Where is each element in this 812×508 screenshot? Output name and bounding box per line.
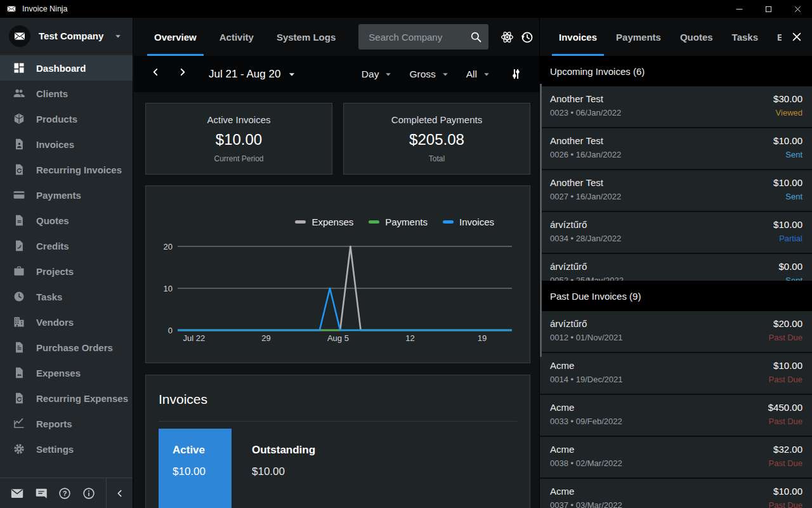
sidebar-item-recurring-expenses[interactable]: Recurring Expenses bbox=[0, 385, 133, 411]
invoice-list-item[interactable]: árvíztűrő$10.000034 • 28/Jan/2022Partial bbox=[540, 212, 812, 253]
chat-icon[interactable] bbox=[34, 486, 48, 500]
date-range-dropdown[interactable]: Jul 21 - Aug 20 bbox=[209, 68, 298, 81]
sidebar-item-settings[interactable]: Settings bbox=[0, 436, 133, 462]
tile-amount: $10.00 bbox=[173, 465, 225, 478]
invoices-icon bbox=[13, 138, 25, 150]
legend-label: Expenses bbox=[311, 217, 353, 227]
close-window-button[interactable] bbox=[783, 0, 812, 18]
projects-icon bbox=[13, 265, 25, 277]
invoice-status-badge: Past Due bbox=[769, 417, 802, 426]
invoice-meta: 0012 • 01/Nov/2021 bbox=[550, 333, 622, 342]
sidebar-item-quotes[interactable]: Quotes bbox=[0, 208, 133, 233]
sidebar-item-dashboard[interactable]: Dashboard bbox=[0, 55, 133, 81]
invoice-list-item[interactable]: Another Test$10.000027 • 16/Jan/2022Sent bbox=[540, 170, 812, 211]
next-period-button[interactable] bbox=[177, 67, 192, 82]
invoice-list-item[interactable]: Acme$32.000038 • 02/Mar/2022Past Due bbox=[540, 437, 812, 478]
invoice-list-item[interactable]: Acme$450.000033 • 09/Feb/2022Past Due bbox=[540, 395, 812, 436]
date-range-label: Jul 21 - Aug 20 bbox=[209, 68, 280, 81]
tile-amount: $10.00 bbox=[252, 465, 315, 478]
chart-legend: ExpensesPaymentsInvoices bbox=[295, 217, 494, 227]
sidebar-item-expenses[interactable]: Expenses bbox=[0, 360, 133, 385]
vendors-icon bbox=[13, 316, 25, 328]
sidebar-item-payments[interactable]: Payments bbox=[0, 182, 133, 208]
history-button[interactable] bbox=[517, 23, 537, 50]
invoice-amount: $30.00 bbox=[773, 93, 802, 104]
info-icon[interactable] bbox=[82, 486, 96, 500]
sidebar-item-credits[interactable]: Credits bbox=[0, 233, 133, 258]
invoice-list-item[interactable]: árvíztűrő$0.000052 • 25/May/2022Sent bbox=[540, 254, 812, 281]
close-panel-button[interactable] bbox=[782, 18, 812, 56]
card-title: Completed Payments bbox=[391, 114, 482, 125]
minimize-button[interactable] bbox=[724, 0, 754, 18]
search-input[interactable] bbox=[367, 31, 469, 43]
interval-dropdown[interactable]: Day bbox=[362, 69, 395, 80]
tile-active-invoices[interactable]: Active $10.00 bbox=[159, 429, 232, 508]
sidebar-item-label: Dashboard bbox=[36, 63, 86, 74]
scrollbar-thumb[interactable] bbox=[540, 84, 542, 357]
sidebar-item-purchase-orders[interactable]: Purchase Orders bbox=[0, 335, 133, 360]
tab-system-logs[interactable]: System Logs bbox=[277, 18, 336, 56]
sidebar-item-reports[interactable]: Reports bbox=[0, 411, 133, 436]
legend-item-expenses[interactable]: Expenses bbox=[295, 217, 353, 227]
chart-settings-button[interactable] bbox=[502, 61, 529, 88]
tab-overview[interactable]: Overview bbox=[154, 18, 197, 56]
scope-dropdown[interactable]: All bbox=[466, 69, 492, 80]
sidebar-item-label: Quotes bbox=[36, 215, 69, 226]
invoice-amount: $10.00 bbox=[773, 219, 802, 230]
tab-activity[interactable]: Activity bbox=[219, 18, 254, 56]
invoice-list-item[interactable]: Another Test$10.000026 • 16/Jan/2022Sent bbox=[540, 128, 812, 169]
sidebar-item-tasks[interactable]: Tasks bbox=[0, 284, 133, 309]
email-icon[interactable] bbox=[10, 486, 24, 500]
invoice-list-item[interactable]: Acme$10.000014 • 19/Dec/2021Past Due bbox=[540, 353, 812, 394]
tile-outstanding-invoices[interactable]: Outstanding $10.00 bbox=[232, 429, 315, 508]
invoice-list-item[interactable]: Another Test$30.000023 • 06/Jan/2022View… bbox=[540, 86, 812, 127]
panel-tab-quotes[interactable]: Quotes bbox=[680, 18, 713, 56]
invoice-client: Another Test bbox=[550, 177, 603, 188]
search-company-box[interactable] bbox=[358, 24, 488, 50]
invoice-list-item[interactable]: árvíztűrő$20.000012 • 01/Nov/2021Past Du… bbox=[540, 311, 812, 352]
sidebar-item-clients[interactable]: Clients bbox=[0, 81, 133, 106]
chevron-down-icon bbox=[112, 30, 124, 42]
app-logo-icon bbox=[6, 4, 16, 14]
sidebar-footer-icons: ? bbox=[0, 486, 106, 500]
expenses-icon bbox=[13, 366, 25, 379]
dashboard-content: Active Invoices $10.00 Current Period Co… bbox=[134, 92, 539, 508]
overview-line-chart[interactable]: 01020Jul 2229Aug 51219 bbox=[154, 231, 525, 358]
invoices-panel-title: Invoices bbox=[159, 392, 517, 407]
legend-item-payments[interactable]: Payments bbox=[369, 217, 428, 227]
invoice-status-badge: Sent bbox=[785, 276, 802, 281]
sidebar-item-recurring-invoices[interactable]: Recurring Invoices bbox=[0, 157, 133, 182]
sidebar-item-invoices[interactable]: Invoices bbox=[0, 131, 133, 157]
sidebar-item-projects[interactable]: Projects bbox=[0, 258, 133, 284]
sidebar-item-vendors[interactable]: Vendors bbox=[0, 309, 133, 335]
maximize-button[interactable] bbox=[754, 0, 783, 18]
svg-text:29: 29 bbox=[261, 333, 270, 343]
legend-item-invoices[interactable]: Invoices bbox=[443, 217, 494, 227]
invoice-list-item[interactable]: Acme$10.000037 • 03/Mar/2022Past Due bbox=[540, 479, 812, 508]
invoice-meta: 0037 • 03/Mar/2022 bbox=[550, 500, 622, 508]
collapse-sidebar-button[interactable] bbox=[106, 478, 133, 508]
panel-tab-payments[interactable]: Payments bbox=[616, 18, 661, 56]
svg-text:?: ? bbox=[63, 489, 67, 497]
clients-icon bbox=[13, 87, 25, 100]
react-settings-button[interactable] bbox=[497, 23, 517, 50]
svg-text:10: 10 bbox=[164, 284, 173, 293]
interval-label: Day bbox=[362, 69, 379, 80]
chevron-down-icon bbox=[383, 69, 394, 80]
titlebar: Invoice Ninja bbox=[0, 0, 812, 18]
filters-cluster: Day Gross All bbox=[350, 61, 529, 88]
basis-dropdown[interactable]: Gross bbox=[409, 69, 450, 80]
panel-tab-tasks[interactable]: Tasks bbox=[732, 18, 758, 56]
prev-period-button[interactable] bbox=[150, 67, 166, 82]
sidebar: Test Company DashboardClientsProductsInv… bbox=[0, 18, 133, 508]
sidebar-item-label: Expenses bbox=[36, 368, 81, 378]
invoice-client: Acme bbox=[550, 402, 574, 413]
panel-tab-invoices[interactable]: Invoices bbox=[559, 18, 597, 56]
sidebar-item-products[interactable]: Products bbox=[0, 106, 133, 131]
help-icon[interactable]: ? bbox=[58, 486, 72, 500]
invoice-client: Another Test bbox=[550, 135, 603, 146]
company-selector[interactable]: Test Company bbox=[0, 18, 133, 54]
company-name: Test Company bbox=[39, 30, 104, 41]
invoice-client: Acme bbox=[550, 360, 574, 371]
invoice-status-badge: Past Due bbox=[769, 333, 802, 342]
